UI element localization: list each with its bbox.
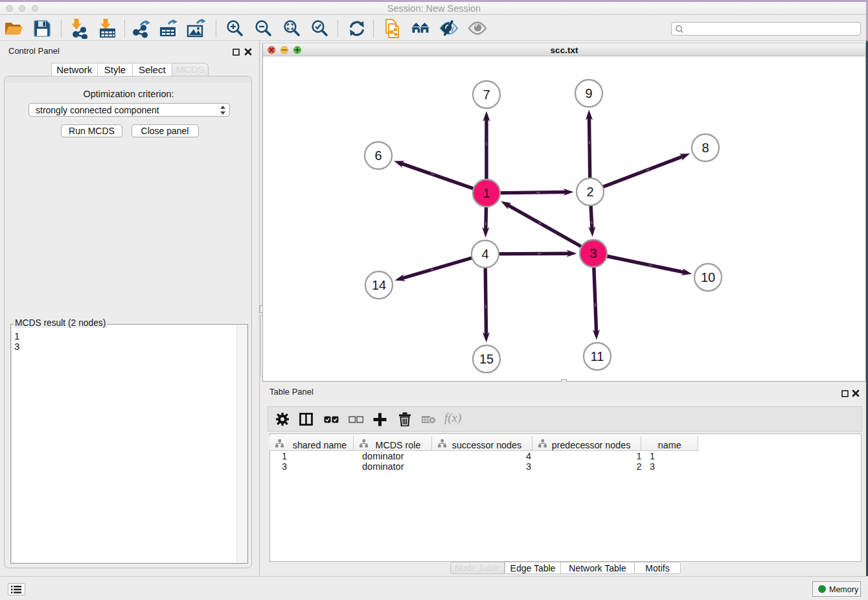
svg-text:15: 15 bbox=[479, 352, 494, 366]
svg-text:2: 2 bbox=[586, 185, 593, 199]
svg-text:4: 4 bbox=[481, 247, 488, 261]
svg-text:8: 8 bbox=[702, 141, 709, 155]
svg-text:9: 9 bbox=[585, 86, 592, 100]
svg-text:1: 1 bbox=[483, 186, 490, 200]
svg-text:14: 14 bbox=[372, 278, 386, 292]
svg-text:3: 3 bbox=[589, 246, 597, 260]
svg-text:7: 7 bbox=[483, 87, 490, 102]
svg-text:11: 11 bbox=[591, 349, 604, 363]
svg-text:10: 10 bbox=[701, 270, 715, 284]
svg-text:6: 6 bbox=[374, 148, 382, 163]
